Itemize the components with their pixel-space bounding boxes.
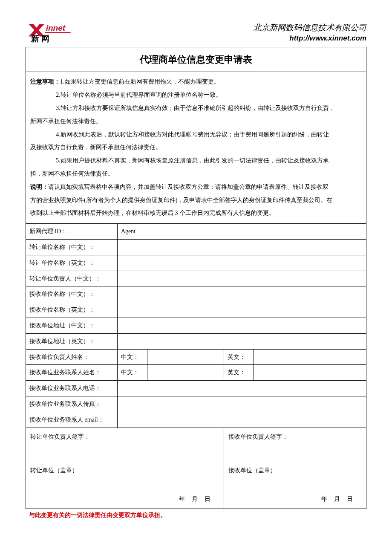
row-recv-name-en: 接收单位名称（英文）：	[26, 302, 366, 318]
header-right: 北京新网数码信息技术有限公司 http://www.xinnet.com	[253, 22, 366, 43]
row-recv-contact-phone: 接收单位业务联系人电话：	[26, 381, 366, 396]
sublabel-en-2: 英文：	[224, 365, 254, 381]
label-recv-addr-en: 接收单位地址（英文）：	[26, 333, 118, 349]
sublabel-cn-2: 中文：	[118, 365, 147, 381]
form-title: 代理商单位信息变更申请表	[26, 47, 366, 72]
receive-signature-block[interactable]: 接收单位负责人签字： 接收单位（盖章） 年 月 日	[224, 428, 366, 509]
application-form-table: 代理商单位信息变更申请表 注意事项：1.如果转让方变更信息前在新网有费用拖欠，不…	[26, 47, 366, 509]
field-recv-contact-cn[interactable]	[147, 365, 224, 381]
label-recv-addr-cn: 接收单位地址（中文）：	[26, 318, 118, 333]
label-recv-contact-email: 接收单位业务联系人 email：	[26, 412, 118, 428]
row-recv-name-cn: 接收单位名称（中文）：	[26, 286, 366, 302]
label-recv-manager-name: 接收单位负责人姓名：	[26, 349, 118, 365]
explain-line-1: 请认真如实填写表格中各项内容，并加盖转让及接收双方公章；请将加盖公章的申请表原件…	[48, 184, 329, 190]
field-transfer-manager-cn[interactable]	[118, 271, 366, 286]
receive-date: 年 月 日	[321, 494, 353, 505]
row-recv-contact-email: 接收单位业务联系人 email：	[26, 412, 366, 428]
label-recv-name-cn: 接收单位名称（中文）：	[26, 286, 118, 302]
notice-label: 注意事项：	[30, 78, 60, 85]
field-recv-contact-email[interactable]	[118, 412, 366, 428]
label-transfer-name-cn: 转让单位名称（中文）：	[26, 239, 118, 255]
notice-item-3a: 3.转让方和接收方要保证所填信息真实有效；由于信息不准确所引起的纠纷，由转让及接…	[30, 102, 362, 115]
transfer-signature-block[interactable]: 转让单位负责人签字： 转让单位（盖章） 年 月 日	[26, 428, 224, 509]
label-recv-contact-phone: 接收单位业务联系人电话：	[26, 381, 118, 396]
field-recv-manager-cn[interactable]	[147, 349, 224, 365]
label-recv-contact-fax: 接收单位业务联系人传真：	[26, 396, 118, 412]
field-transfer-name-cn[interactable]	[118, 239, 366, 255]
row-recv-manager-name: 接收单位负责人姓名： 中文： 英文：	[26, 349, 366, 365]
field-recv-contact-phone[interactable]	[118, 381, 366, 396]
row-signatures: 转让单位负责人签字： 转让单位（盖章） 年 月 日 接收单位负责人签字： 接收单…	[26, 428, 366, 509]
sublabel-en-1: 英文：	[224, 349, 254, 365]
receive-seal-label: 接收单位（盖章）	[228, 465, 362, 477]
row-recv-addr-cn: 接收单位地址（中文）：	[26, 318, 366, 333]
notice-item-1: 1.如果转让方变更信息前在新网有费用拖欠，不能办理变更。	[60, 78, 220, 85]
transfer-date: 年 月 日	[179, 494, 211, 505]
field-recv-contact-en[interactable]	[254, 365, 366, 381]
label-agent-id: 新网代理 ID：	[26, 224, 118, 240]
field-recv-addr-en[interactable]	[118, 333, 366, 349]
transfer-seal-label: 转让单位（盖章）	[30, 465, 219, 477]
svg-text:innet: innet	[46, 23, 66, 32]
row-recv-contact-fax: 接收单位业务联系人传真：	[26, 396, 366, 412]
receive-sign-label: 接收单位负责人签字：	[228, 431, 362, 443]
svg-rect-1	[45, 32, 70, 33]
svg-text:新 网: 新 网	[31, 34, 49, 43]
field-recv-manager-en[interactable]	[254, 349, 366, 365]
xinnet-logo: innet 新 网	[26, 21, 72, 43]
notice-item-2: 2.转让单位名称必须与当前代理界面查询的注册单位名称一致。	[30, 89, 362, 102]
row-transfer-name-cn: 转让单位名称（中文）：	[26, 239, 366, 255]
notice-item-5b: 担，新网不承担任何法律责任。	[30, 168, 362, 181]
notice-and-explain-cell: 注意事项：1.如果转让方变更信息前在新网有费用拖欠，不能办理变更。 2.转让单位…	[26, 72, 366, 224]
row-recv-contact-name: 接收单位业务联系人姓名： 中文： 英文：	[26, 365, 366, 381]
field-recv-addr-cn[interactable]	[118, 318, 366, 333]
notice-item-4b: 及接收双方自行负责，新网不承担任何法律责任。	[30, 141, 362, 154]
row-transfer-manager-cn: 转让单位负责人（中文）：	[26, 271, 366, 286]
label-recv-name-en: 接收单位名称（英文）：	[26, 302, 118, 318]
label-recv-contact-name: 接收单位业务联系人姓名：	[26, 365, 118, 381]
company-url: http://www.xinnet.com	[253, 33, 366, 43]
field-recv-contact-fax[interactable]	[118, 396, 366, 412]
sublabel-cn-1: 中文：	[118, 349, 147, 365]
row-recv-addr-en: 接收单位地址（英文）：	[26, 333, 366, 349]
label-transfer-manager-cn: 转让单位负责人（中文）：	[26, 271, 118, 286]
explain-line-2: 方的营业执照复印件(所有者为个人的提供身份证复印件)，及申请表中全部签字人的身份…	[30, 194, 362, 207]
document-header: innet 新 网 北京新网数码信息技术有限公司 http://www.xinn…	[26, 21, 366, 43]
explain-line-3: 收到以上全部书面材料后开始办理，在材料审核无误后 3 个工作日内完成所有人信息的…	[30, 207, 362, 220]
field-recv-name-cn[interactable]	[118, 286, 366, 302]
notice-item-4a: 4.新网收到此表后，默认转让方和接收方对此代理帐号费用无异议；由于费用问题所引起…	[30, 128, 362, 142]
notice-item-3b: 新网不承担任何法律责任。	[30, 115, 362, 128]
field-transfer-name-en[interactable]	[118, 255, 366, 271]
notice-item-5a: 5.如果用户提供材料不真实，新网有权恢复原注册信息，由此引发的一切法律责任，由转…	[30, 154, 362, 168]
value-agent-id: Agent	[118, 224, 366, 240]
label-transfer-name-en: 转让单位名称（英文）：	[26, 255, 118, 271]
footer-legal-note: 与此变更有关的一切法律责任由变更双方单位承担。	[26, 512, 366, 519]
company-name: 北京新网数码信息技术有限公司	[253, 22, 366, 34]
row-agent-id: 新网代理 ID： Agent	[26, 224, 366, 240]
explain-label: 说明：	[30, 184, 48, 190]
row-transfer-name-en: 转让单位名称（英文）：	[26, 255, 366, 271]
field-recv-name-en[interactable]	[118, 302, 366, 318]
transfer-sign-label: 转让单位负责人签字：	[30, 431, 219, 443]
